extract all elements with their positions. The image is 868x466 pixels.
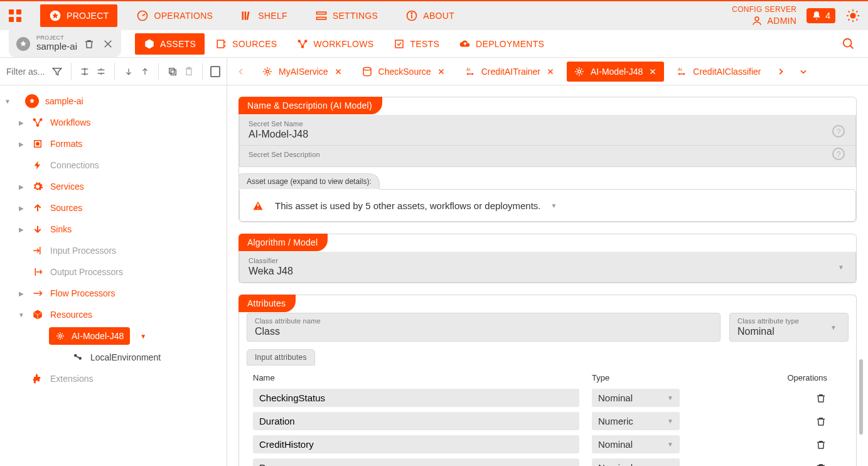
tree-ai-model-j48[interactable]: AI-Model-J48 ▼ <box>0 325 227 347</box>
close-icon[interactable] <box>436 67 446 77</box>
cloud-upload-icon <box>459 38 471 50</box>
close-icon[interactable] <box>333 67 343 77</box>
nav-operations-label: OPERATIONS <box>154 11 213 21</box>
caret-down-icon: ▼ <box>4 98 11 105</box>
puzzle-icon <box>31 372 44 385</box>
theme-toggle[interactable] <box>845 8 860 23</box>
close-icon[interactable] <box>545 67 555 77</box>
tree-flow-processors[interactable]: ▶ Flow Processors <box>0 283 227 304</box>
attr-name-input[interactable] <box>253 412 579 430</box>
tab-ai-model-j48[interactable]: AI-Model-J48 <box>567 62 664 82</box>
secret-set-desc-field[interactable]: Secret Set Description <box>239 146 856 167</box>
help-icon[interactable]: ? <box>832 125 845 138</box>
attr-type-select[interactable]: Nominal▼ <box>592 458 680 466</box>
secret-set-name-field[interactable]: Secret Set Name AI-Model-J48 <box>239 115 856 146</box>
class-attribute-name-field[interactable]: Class attribute name Class <box>247 313 721 342</box>
project-name: sample-ai <box>36 41 77 52</box>
arrow-down-icon <box>31 223 44 236</box>
close-icon[interactable] <box>648 67 658 77</box>
tab-checksource[interactable]: CheckSource <box>355 62 453 82</box>
tabs-scroll-left[interactable] <box>232 63 250 80</box>
notifications-button[interactable]: 4 <box>806 8 835 23</box>
nav-about[interactable]: ABOUT <box>397 4 463 27</box>
filter-input[interactable] <box>6 67 46 77</box>
chevron-down-icon[interactable]: ▼ <box>140 333 146 340</box>
tree-local-environment[interactable]: LocalEnvironment <box>0 347 227 368</box>
subtab-tests[interactable]: TESTS <box>385 33 448 55</box>
ai-model-icon <box>55 331 65 341</box>
tree-input-processors[interactable]: Input Processors <box>0 240 227 261</box>
tree-services[interactable]: ▶ Services <box>0 176 227 197</box>
search-button[interactable] <box>842 30 868 57</box>
attr-type-select[interactable]: Nominal▼ <box>592 435 680 453</box>
tree-resources[interactable]: ▼ Resources <box>0 304 227 325</box>
nav-shelf[interactable]: SHELF <box>232 4 296 27</box>
tree-formats[interactable]: ▶ Formats <box>0 133 227 154</box>
delete-row-icon[interactable] <box>815 415 827 428</box>
table-row: Nominal▼ <box>247 386 849 409</box>
tab-creditaiclassifier[interactable]: AI CreditAIClassifier <box>669 62 767 82</box>
subtab-workflows[interactable]: WORKFLOWS <box>288 33 382 55</box>
panel-algo-title: Algorithm / Model <box>238 234 328 251</box>
delete-row-icon[interactable] <box>815 462 827 467</box>
scrollbar-thumb[interactable] <box>859 359 863 435</box>
tree-root[interactable]: ▼ sample-ai <box>0 90 227 112</box>
delete-row-icon[interactable] <box>815 392 827 404</box>
tree-connections[interactable]: Connections <box>0 154 227 176</box>
copy-icon[interactable] <box>166 65 178 79</box>
format-icon <box>31 138 44 150</box>
svg-rect-26 <box>217 40 224 48</box>
subtab-assets[interactable]: ASSETS <box>135 33 205 55</box>
tree-extensions[interactable]: Extensions <box>0 368 227 389</box>
tests-icon <box>394 38 405 50</box>
expand-all-icon[interactable] <box>78 65 90 79</box>
collapse-all-icon[interactable] <box>95 65 107 79</box>
table-row: Numeric▼ <box>247 409 849 433</box>
sort-up-icon[interactable] <box>139 65 151 79</box>
svg-rect-1 <box>16 9 21 14</box>
tree-output-processors[interactable]: Output Processors <box>0 261 227 283</box>
input-attributes-header: Input attributes <box>247 349 315 366</box>
user-icon <box>751 15 763 26</box>
class-attribute-type-select[interactable]: Class attribute type Nominal ▼ <box>729 313 849 342</box>
nav-project-label: PROJECT <box>67 11 109 21</box>
delete-row-icon[interactable] <box>815 438 827 451</box>
caret-right-icon: ▶ <box>18 226 25 233</box>
select-all-checkbox[interactable] <box>210 66 220 77</box>
tab-myaiservice[interactable]: MyAIService <box>255 62 350 82</box>
svg-point-62 <box>471 73 473 75</box>
sort-down-icon[interactable] <box>122 65 134 79</box>
attr-type-select[interactable]: Nominal▼ <box>592 389 680 407</box>
project-chip[interactable]: PROJECT sample-ai <box>9 30 121 57</box>
tree-sinks[interactable]: ▶ Sinks <box>0 219 227 240</box>
classifier-select[interactable]: Classifier Weka J48 ▼ <box>239 252 856 283</box>
svg-point-14 <box>755 17 759 21</box>
asset-usage-body[interactable]: This asset is used by 5 other assets, wo… <box>239 189 856 222</box>
tabs-scroll-right[interactable] <box>772 63 790 80</box>
nav-settings[interactable]: SETTINGS <box>306 4 387 27</box>
tabs-menu[interactable] <box>795 63 812 80</box>
tab-creditaitrainer[interactable]: AI CreditAITrainer <box>458 62 562 82</box>
nav-project[interactable]: PROJECT <box>40 4 117 27</box>
svg-point-61 <box>466 73 468 75</box>
tree-sources[interactable]: ▶ Sources <box>0 197 227 219</box>
tree-workflows[interactable]: ▶ Workflows <box>0 112 227 133</box>
close-icon[interactable] <box>102 38 114 50</box>
asset-usage-header[interactable]: Asset usage (expand to view details): <box>238 173 380 190</box>
nav-about-label: ABOUT <box>423 11 454 21</box>
attr-type-select[interactable]: Numeric▼ <box>592 412 680 430</box>
attr-name-input[interactable] <box>253 435 579 453</box>
help-icon[interactable]: ? <box>832 148 845 160</box>
subtab-deployments[interactable]: DEPLOYMENTS <box>451 33 553 55</box>
nav-operations[interactable]: OPERATIONS <box>127 4 222 27</box>
svg-point-54 <box>266 70 269 73</box>
subtab-sources[interactable]: SOURCES <box>207 33 286 55</box>
panel-name-desc-title: Name & Description (AI Model) <box>238 97 382 114</box>
brand-icon[interactable] <box>0 1 30 31</box>
delete-project-icon[interactable] <box>83 38 95 50</box>
workflow-icon <box>297 38 308 50</box>
attr-name-input[interactable] <box>253 389 579 407</box>
filter-icon[interactable] <box>51 65 63 79</box>
attr-name-input[interactable] <box>253 458 579 466</box>
user-label[interactable]: ADMIN <box>768 15 797 28</box>
